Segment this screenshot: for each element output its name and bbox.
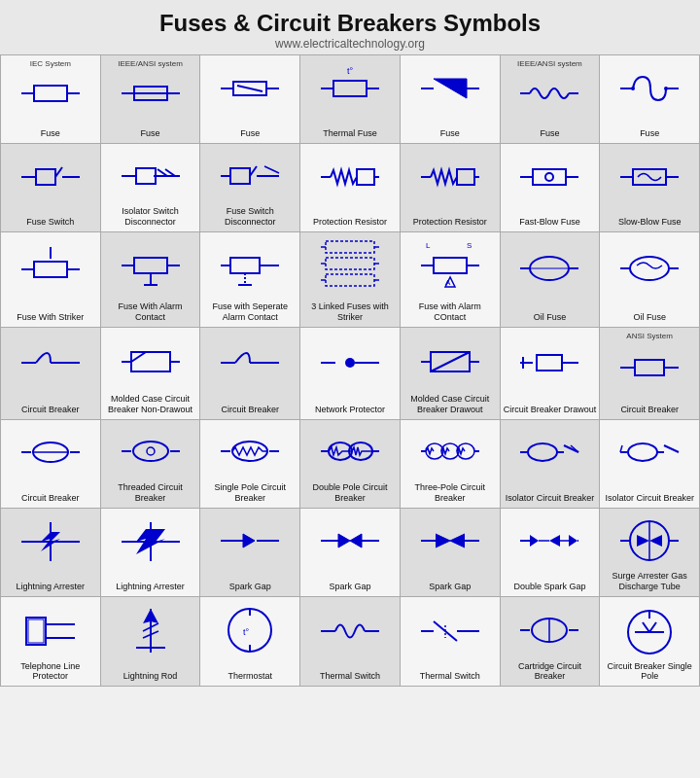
symbol-fuse-striker — [3, 236, 98, 301]
symbol-label: 3 Linked Fuses with Striker — [302, 301, 398, 323]
symbol-label: Thermal Switch — [420, 662, 480, 682]
symbol-cb-single-pole — [202, 424, 298, 480]
symbol-cell-fuse-striker: Fuse With Striker — [1, 232, 100, 327]
symbol-3linked-fuses — [302, 236, 398, 300]
symbol-label: Circuit Breaker — [21, 484, 80, 504]
subtitle: www.electricaltechnology.org — [0, 37, 700, 51]
svg-rect-34 — [230, 168, 250, 184]
symbol-surge-arrester — [602, 513, 697, 569]
symbol-label: Molded Case Circuit Breaker Non-Drawout — [103, 394, 198, 415]
symbol-cell-fuse-wavy: IEEE/ANSI systemFuse — [501, 55, 600, 143]
symbol-cb-isolator — [503, 424, 598, 482]
symbol-protection-resistor2 — [402, 148, 498, 206]
svg-line-140 — [664, 445, 679, 452]
svg-rect-1 — [34, 86, 67, 101]
symbol-mccb-drawout — [402, 332, 498, 392]
symbol-cell-lightning-arrester2: Lightning Arrester — [101, 509, 200, 596]
svg-marker-169 — [649, 535, 662, 547]
symbol-label: Lightning Arrester — [116, 573, 185, 592]
svg-rect-39 — [357, 169, 374, 185]
symbol-cell-surge-arrester: Surge Arrester Gas Discharge Tube — [600, 509, 699, 596]
symbol-fuse-switch — [3, 148, 98, 206]
symbol-cell-thermal-fuse: t°Thermal Fuse — [300, 55, 400, 143]
symbol-label: Isolator Circuit Breaker — [506, 484, 595, 504]
symbol-label: Cartridge Circuit Breaker — [503, 661, 598, 683]
symbol-spark-gap1 — [202, 513, 298, 571]
svg-marker-168 — [637, 535, 649, 547]
svg-point-118 — [147, 447, 155, 455]
symbol-double-spark-gap — [503, 513, 598, 571]
svg-rect-68 — [326, 274, 374, 286]
symbol-cell-fuse-switch-disconnector: Fuse Switch Disconnector — [200, 144, 299, 231]
symbol-thermal-switch2 — [402, 601, 498, 661]
svg-marker-152 — [338, 534, 350, 548]
symbol-label: Double Pole Circuit Breaker — [302, 482, 398, 504]
symbol-cell-mccb-nondrawout: Molded Case Circuit Breaker Non-Drawout — [101, 328, 200, 419]
symbol-cb-isolator2 — [602, 424, 697, 482]
symbol-cell-cb-threaded: Threaded Circuit Breaker — [101, 420, 200, 508]
svg-text:t°: t° — [243, 627, 250, 637]
symbol-cb-three-pole — [402, 424, 498, 480]
symbol-label: Fuse With Alarm Contact — [103, 301, 198, 323]
svg-point-46 — [545, 173, 553, 181]
symbol-cb-double-pole — [302, 424, 398, 480]
svg-rect-62 — [230, 258, 260, 273]
svg-point-117 — [133, 442, 168, 461]
symbol-fuse-switch-disconnector — [202, 148, 298, 204]
symbol-lightning-arrester2 — [103, 513, 198, 571]
header: Fuses & Circuit Breakers Symbols www.ele… — [0, 0, 700, 54]
symbol-cell-isolator-switch: Isolator Switch Disconnector — [101, 144, 200, 231]
svg-point-133 — [528, 443, 557, 461]
symbol-tel-protector — [3, 601, 98, 659]
symbol-label: Fuse — [640, 120, 659, 139]
symbol-label: Circuit Breaker Drawout — [504, 396, 597, 415]
symbol-label: Molded Case Circuit Breaker Drawout — [402, 394, 498, 415]
symbol-cell-fuse-triangle: Fuse — [401, 55, 500, 143]
symbol-label: Fuse — [41, 120, 60, 139]
symbol-cell-protection-resistor2: Protection Resistor — [401, 144, 500, 231]
symbol-oil-fuse2 — [602, 236, 697, 301]
symbol-label: Fuse Switch Disconnector — [202, 206, 298, 228]
svg-text:L: L — [426, 241, 431, 250]
symbol-mccb-nondrawout — [103, 332, 198, 392]
symbol-cell-fuse-alarm2: LSAFuse with Alarm COntact — [401, 232, 500, 327]
symbol-fuse-alarm2: LSA — [402, 236, 498, 300]
svg-line-197 — [649, 622, 656, 632]
symbol-cb-single-pole2 — [602, 601, 697, 659]
symbol-label: Thermostat — [228, 662, 273, 682]
svg-marker-176 — [143, 609, 158, 623]
symbol-protection-resistor — [302, 148, 398, 206]
svg-line-102 — [431, 352, 470, 371]
symbol-cell-oil-fuse: Oil Fuse — [501, 232, 600, 327]
symbol-label: Fuse with Alarm COntact — [402, 301, 498, 323]
symbol-label: Spark Gap — [329, 573, 370, 592]
symbol-network-protector — [302, 332, 398, 394]
symbol-label: Circuit Breaker — [21, 396, 80, 415]
symbol-fuse-wavy — [503, 68, 598, 118]
symbol-label: Fast-Blow Fuse — [519, 208, 580, 228]
symbol-cell-spark-gap1: Spark Gap — [200, 509, 299, 596]
symbol-cell-fuse-iec: IEC SystemFuse — [1, 55, 100, 143]
symbol-cell-fuse-sep-alarm: Fuse with Seperate Alarm Contact — [200, 232, 299, 327]
symbol-sublabel: IEEE/ANSI system — [118, 59, 183, 68]
symbol-label: Fuse — [240, 120, 260, 139]
symbol-label: Spark Gap — [229, 573, 271, 592]
symbol-label: Network Protector — [315, 396, 385, 415]
svg-line-141 — [620, 445, 622, 452]
svg-rect-110 — [635, 360, 664, 375]
svg-marker-158 — [530, 535, 539, 547]
symbol-label: Circuit Breaker Single Pole — [602, 661, 697, 683]
symbol-fuse-triangle — [402, 59, 498, 118]
symbol-cell-cb-isolator2: Isolator Circuit Breaker — [600, 420, 699, 508]
symbol-label: Threaded Circuit Breaker — [103, 482, 198, 504]
svg-point-87 — [630, 257, 669, 280]
symbol-cell-thermostat: t°Thermostat — [200, 597, 299, 687]
symbol-cell-tel-protector: Telephone Line Protector — [1, 597, 100, 687]
symbol-cell-cb-ansi: ANSI SystemCircuit Breaker — [600, 328, 699, 419]
symbol-cb-ansi — [602, 340, 697, 394]
symbol-cell-fuse-switch: Fuse Switch — [1, 144, 100, 231]
svg-rect-42 — [457, 169, 474, 185]
svg-rect-29 — [136, 168, 156, 184]
symbol-fuse-iec — [3, 68, 98, 118]
symbol-cell-fuse-loop: Fuse — [600, 55, 699, 143]
